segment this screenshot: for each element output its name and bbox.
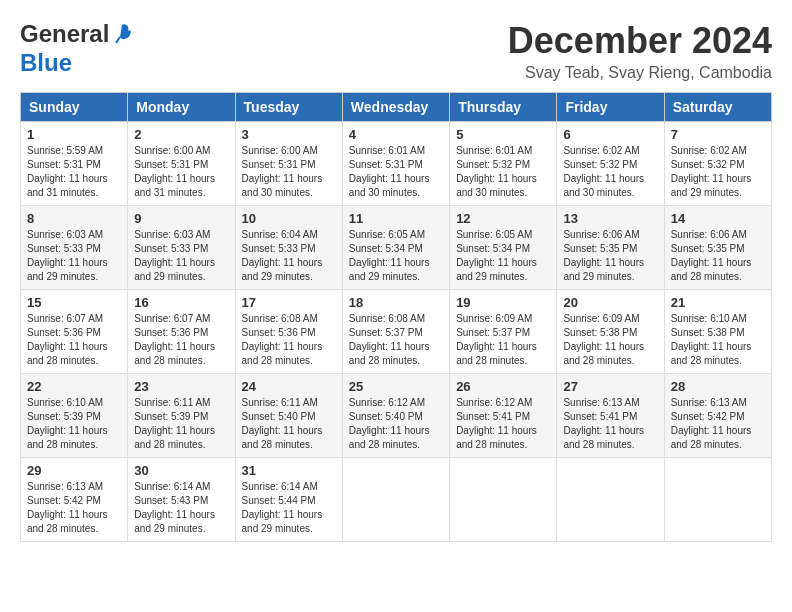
day-number: 12 [456,211,550,226]
day-info: Sunrise: 6:08 AMSunset: 5:37 PMDaylight:… [349,312,443,368]
day-info: Sunrise: 6:09 AMSunset: 5:38 PMDaylight:… [563,312,657,368]
day-info: Sunrise: 6:06 AMSunset: 5:35 PMDaylight:… [563,228,657,284]
day-number: 19 [456,295,550,310]
calendar-day-cell: 25Sunrise: 6:12 AMSunset: 5:40 PMDayligh… [342,374,449,458]
day-number: 21 [671,295,765,310]
day-number: 3 [242,127,336,142]
day-info: Sunrise: 6:04 AMSunset: 5:33 PMDaylight:… [242,228,336,284]
day-info: Sunrise: 6:08 AMSunset: 5:36 PMDaylight:… [242,312,336,368]
day-number: 15 [27,295,121,310]
day-info: Sunrise: 6:00 AMSunset: 5:31 PMDaylight:… [134,144,228,200]
day-info: Sunrise: 6:07 AMSunset: 5:36 PMDaylight:… [27,312,121,368]
day-of-week-header: Sunday [21,93,128,122]
calendar-day-cell: 12Sunrise: 6:05 AMSunset: 5:34 PMDayligh… [450,206,557,290]
page-header: General Blue December 2024 Svay Teab, Sv… [20,20,772,82]
day-of-week-header: Friday [557,93,664,122]
day-info: Sunrise: 6:09 AMSunset: 5:37 PMDaylight:… [456,312,550,368]
day-info: Sunrise: 6:03 AMSunset: 5:33 PMDaylight:… [27,228,121,284]
calendar-day-cell: 22Sunrise: 6:10 AMSunset: 5:39 PMDayligh… [21,374,128,458]
day-number: 1 [27,127,121,142]
calendar-table: SundayMondayTuesdayWednesdayThursdayFrid… [20,92,772,542]
day-number: 23 [134,379,228,394]
calendar-day-cell: 19Sunrise: 6:09 AMSunset: 5:37 PMDayligh… [450,290,557,374]
day-number: 25 [349,379,443,394]
calendar-day-cell: 26Sunrise: 6:12 AMSunset: 5:41 PMDayligh… [450,374,557,458]
day-of-week-header: Wednesday [342,93,449,122]
logo-bird-icon [112,23,132,45]
calendar-day-cell: 9Sunrise: 6:03 AMSunset: 5:33 PMDaylight… [128,206,235,290]
day-info: Sunrise: 6:05 AMSunset: 5:34 PMDaylight:… [349,228,443,284]
calendar-day-cell: 10Sunrise: 6:04 AMSunset: 5:33 PMDayligh… [235,206,342,290]
calendar-day-cell: 16Sunrise: 6:07 AMSunset: 5:36 PMDayligh… [128,290,235,374]
day-number: 7 [671,127,765,142]
title-section: December 2024 Svay Teab, Svay Rieng, Cam… [508,20,772,82]
day-number: 30 [134,463,228,478]
day-number: 29 [27,463,121,478]
main-title: December 2024 [508,20,772,62]
calendar-day-cell: 28Sunrise: 6:13 AMSunset: 5:42 PMDayligh… [664,374,771,458]
day-info: Sunrise: 5:59 AMSunset: 5:31 PMDaylight:… [27,144,121,200]
day-number: 2 [134,127,228,142]
day-info: Sunrise: 6:11 AMSunset: 5:40 PMDaylight:… [242,396,336,452]
calendar-week-row: 15Sunrise: 6:07 AMSunset: 5:36 PMDayligh… [21,290,772,374]
day-info: Sunrise: 6:00 AMSunset: 5:31 PMDaylight:… [242,144,336,200]
day-info: Sunrise: 6:14 AMSunset: 5:43 PMDaylight:… [134,480,228,536]
calendar-day-cell: 23Sunrise: 6:11 AMSunset: 5:39 PMDayligh… [128,374,235,458]
calendar-day-cell: 20Sunrise: 6:09 AMSunset: 5:38 PMDayligh… [557,290,664,374]
calendar-day-cell: 30Sunrise: 6:14 AMSunset: 5:43 PMDayligh… [128,458,235,542]
calendar-day-cell: 8Sunrise: 6:03 AMSunset: 5:33 PMDaylight… [21,206,128,290]
calendar-day-cell: 7Sunrise: 6:02 AMSunset: 5:32 PMDaylight… [664,122,771,206]
calendar-day-cell: 14Sunrise: 6:06 AMSunset: 5:35 PMDayligh… [664,206,771,290]
calendar-day-cell [450,458,557,542]
calendar-day-cell: 21Sunrise: 6:10 AMSunset: 5:38 PMDayligh… [664,290,771,374]
day-info: Sunrise: 6:10 AMSunset: 5:39 PMDaylight:… [27,396,121,452]
calendar-day-cell: 4Sunrise: 6:01 AMSunset: 5:31 PMDaylight… [342,122,449,206]
calendar-day-cell: 31Sunrise: 6:14 AMSunset: 5:44 PMDayligh… [235,458,342,542]
day-info: Sunrise: 6:01 AMSunset: 5:31 PMDaylight:… [349,144,443,200]
day-info: Sunrise: 6:07 AMSunset: 5:36 PMDaylight:… [134,312,228,368]
logo-blue: Blue [20,49,72,78]
subtitle: Svay Teab, Svay Rieng, Cambodia [508,64,772,82]
day-number: 8 [27,211,121,226]
day-info: Sunrise: 6:13 AMSunset: 5:42 PMDaylight:… [671,396,765,452]
day-number: 26 [456,379,550,394]
logo: General Blue [20,20,132,78]
day-number: 28 [671,379,765,394]
day-number: 22 [27,379,121,394]
day-number: 10 [242,211,336,226]
day-number: 9 [134,211,228,226]
day-of-week-header: Saturday [664,93,771,122]
calendar-day-cell: 11Sunrise: 6:05 AMSunset: 5:34 PMDayligh… [342,206,449,290]
day-of-week-header: Monday [128,93,235,122]
calendar-day-cell [664,458,771,542]
day-info: Sunrise: 6:12 AMSunset: 5:40 PMDaylight:… [349,396,443,452]
calendar-day-cell [342,458,449,542]
calendar-day-cell: 6Sunrise: 6:02 AMSunset: 5:32 PMDaylight… [557,122,664,206]
day-info: Sunrise: 6:13 AMSunset: 5:41 PMDaylight:… [563,396,657,452]
day-number: 4 [349,127,443,142]
day-info: Sunrise: 6:10 AMSunset: 5:38 PMDaylight:… [671,312,765,368]
calendar-day-cell: 3Sunrise: 6:00 AMSunset: 5:31 PMDaylight… [235,122,342,206]
day-info: Sunrise: 6:05 AMSunset: 5:34 PMDaylight:… [456,228,550,284]
calendar-week-row: 29Sunrise: 6:13 AMSunset: 5:42 PMDayligh… [21,458,772,542]
day-number: 31 [242,463,336,478]
day-info: Sunrise: 6:02 AMSunset: 5:32 PMDaylight:… [563,144,657,200]
day-number: 14 [671,211,765,226]
day-of-week-header: Tuesday [235,93,342,122]
calendar-day-cell: 29Sunrise: 6:13 AMSunset: 5:42 PMDayligh… [21,458,128,542]
day-number: 5 [456,127,550,142]
calendar-day-cell: 24Sunrise: 6:11 AMSunset: 5:40 PMDayligh… [235,374,342,458]
calendar-day-cell: 17Sunrise: 6:08 AMSunset: 5:36 PMDayligh… [235,290,342,374]
calendar-day-cell: 15Sunrise: 6:07 AMSunset: 5:36 PMDayligh… [21,290,128,374]
day-info: Sunrise: 6:01 AMSunset: 5:32 PMDaylight:… [456,144,550,200]
day-info: Sunrise: 6:06 AMSunset: 5:35 PMDaylight:… [671,228,765,284]
day-number: 18 [349,295,443,310]
day-info: Sunrise: 6:02 AMSunset: 5:32 PMDaylight:… [671,144,765,200]
calendar-header-row: SundayMondayTuesdayWednesdayThursdayFrid… [21,93,772,122]
day-number: 11 [349,211,443,226]
day-info: Sunrise: 6:11 AMSunset: 5:39 PMDaylight:… [134,396,228,452]
day-of-week-header: Thursday [450,93,557,122]
calendar-week-row: 22Sunrise: 6:10 AMSunset: 5:39 PMDayligh… [21,374,772,458]
day-number: 20 [563,295,657,310]
calendar-day-cell [557,458,664,542]
